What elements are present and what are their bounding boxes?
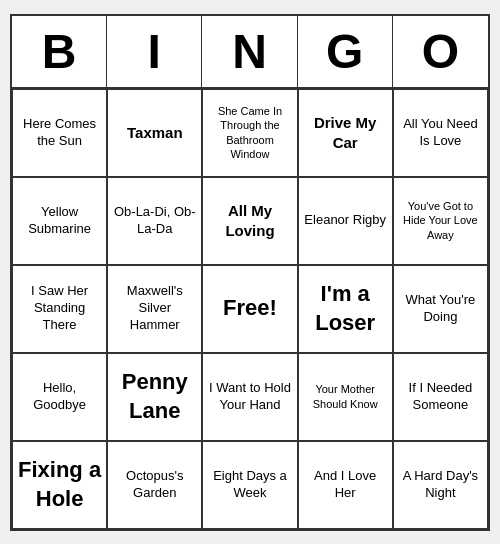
header-letter: O [393,16,488,87]
bingo-cell: I Saw Her Standing There [12,265,107,353]
bingo-cell: Free! [202,265,297,353]
bingo-cell: Drive My Car [298,89,393,177]
bingo-cell: Your Mother Should Know [298,353,393,441]
bingo-cell: You've Got to Hide Your Love Away [393,177,488,265]
bingo-cell: I Want to Hold Your Hand [202,353,297,441]
bingo-cell: Taxman [107,89,202,177]
bingo-cell: Penny Lane [107,353,202,441]
bingo-cell: If I Needed Someone [393,353,488,441]
header-letter: G [298,16,393,87]
header-letter: B [12,16,107,87]
bingo-cell: She Came In Through the Bathroom Window [202,89,297,177]
bingo-grid: Here Comes the SunTaxmanShe Came In Thro… [12,89,488,529]
bingo-cell: A Hard Day's Night [393,441,488,529]
header-letter: N [202,16,297,87]
bingo-cell: Eight Days a Week [202,441,297,529]
bingo-cell: What You're Doing [393,265,488,353]
bingo-cell: Maxwell's Silver Hammer [107,265,202,353]
bingo-cell: Hello, Goodbye [12,353,107,441]
bingo-cell: And I Love Her [298,441,393,529]
header-letter: I [107,16,202,87]
bingo-cell: Ob-La-Di, Ob-La-Da [107,177,202,265]
bingo-cell: Eleanor Rigby [298,177,393,265]
bingo-cell: All My Loving [202,177,297,265]
bingo-cell: Octopus's Garden [107,441,202,529]
bingo-header: BINGO [12,16,488,89]
bingo-cell: All You Need Is Love [393,89,488,177]
bingo-card: BINGO Here Comes the SunTaxmanShe Came I… [10,14,490,531]
bingo-cell: Here Comes the Sun [12,89,107,177]
bingo-cell: Fixing a Hole [12,441,107,529]
bingo-cell: I'm a Loser [298,265,393,353]
bingo-cell: Yellow Submarine [12,177,107,265]
